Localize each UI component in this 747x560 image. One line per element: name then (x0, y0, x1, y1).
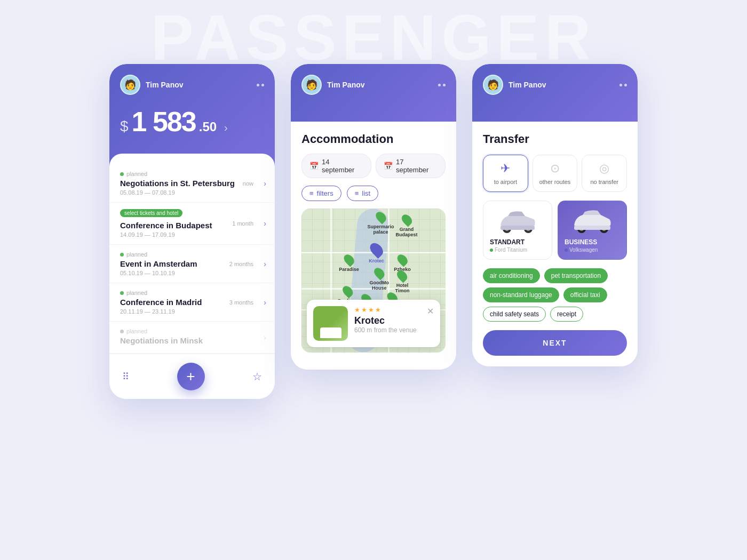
filters-label: filters (317, 189, 333, 197)
chevron-icon: › (264, 260, 266, 268)
trip-name-faded: Negotiations in Minsk (120, 336, 264, 345)
transfer-option-airport[interactable]: ✈ to airport (483, 155, 528, 192)
trip-dates: 14.09.19 — 17.09.19 (120, 231, 264, 238)
s2-header-row: 🧑 Tim Panov (301, 75, 446, 95)
next-button[interactable]: NEXT (483, 330, 627, 356)
model-dot-blue (565, 249, 568, 252)
chevron-icon: › (264, 298, 266, 307)
tag-air-conditioning[interactable]: air conditioning (483, 268, 540, 283)
star-1: ★ (354, 306, 360, 314)
date-to-label: 17 september (396, 158, 438, 174)
list-button[interactable]: ≡ list (347, 186, 378, 201)
date-from-pill[interactable]: 📅 14 september (301, 154, 371, 178)
calendar-icon: 📅 (384, 162, 393, 170)
s3-header-row: 🧑 Tim Panov (483, 75, 627, 95)
car-option-business[interactable]: BUSINESS Volkswagen (558, 201, 627, 260)
business-car-type: BUSINESS (565, 238, 620, 246)
trip-status: select tickets and hotel (120, 209, 264, 219)
dot-1 (438, 84, 441, 86)
map-pin-paradise[interactable]: Paradise (339, 254, 359, 272)
transfer-options: ✈ to airport ⊙ other routes ◎ no transfe… (483, 155, 627, 192)
pin-label: Paradise (339, 267, 359, 272)
balance-arrow[interactable]: › (224, 122, 228, 134)
s2-body: Accommodation 📅 14 september 📅 17 septem… (291, 122, 456, 370)
grid-icon[interactable]: ⠿ (122, 371, 129, 382)
trip-item[interactable]: planned Conference in Madrid 20.11.19 — … (109, 283, 275, 322)
accommodation-title: Accommodation (301, 132, 446, 146)
location-icon: ⊙ (537, 162, 573, 175)
feature-tags: air conditioning pet transportation non-… (483, 268, 627, 322)
trip-status: planned (120, 171, 264, 177)
dot-2 (624, 84, 627, 86)
map-pin-grand-budapest[interactable]: GrandBudapest (396, 214, 418, 237)
s3-username: Tim Panov (508, 81, 619, 89)
s2-avatar: 🧑 (301, 75, 322, 95)
car-option-standart[interactable]: STANDART Ford Titanium (483, 201, 552, 260)
trip-item[interactable]: planned Negotiations in St. Petersburg 0… (109, 164, 275, 203)
transfer-title: Transfer (483, 132, 627, 146)
airplane-icon: ✈ (488, 162, 523, 175)
trip-dates: 05.08.19 — 07.08.19 (120, 189, 264, 196)
pin-label-active: Krotec (369, 258, 384, 263)
filters-button[interactable]: ≡ filters (301, 186, 341, 201)
star-4: ★ (375, 306, 381, 314)
status-dot-green (120, 253, 124, 257)
balance-cents: .50 (199, 119, 217, 134)
add-trip-button[interactable]: + (177, 363, 205, 390)
hotel-name: Krotec (354, 315, 434, 326)
map-container: Supermariopalace GrandBudapest Krotec Pa… (301, 209, 446, 353)
map-pin-hotel-timon[interactable]: HotelTimon (395, 270, 410, 293)
s1-header-row: 🧑 Tim Panov (120, 75, 264, 95)
map-pin-goodmo[interactable]: GoodMoHouse (370, 267, 390, 291)
map-pin-krotec[interactable]: Krotec (369, 242, 384, 263)
business-car-svg (571, 207, 614, 233)
trip-time: 1 month (232, 220, 253, 227)
hotel-image (313, 306, 348, 341)
transfer-option-none[interactable]: ◎ no transfer (582, 155, 627, 192)
status-dot-gray (120, 330, 124, 333)
status-dot-green (120, 172, 124, 176)
trip-time: 2 months (229, 261, 253, 267)
hotel-popup: ★ ★ ★ ★ Krotec 600 m from the venue ✕ (307, 300, 440, 347)
tag-child-safety-seats[interactable]: child safety seats (483, 307, 546, 322)
no-transfer-label: no transfer (586, 179, 622, 185)
s3-avatar: 🧑 (483, 75, 503, 95)
trip-item[interactable]: planned Event in Amsterdam 05.10.19 — 10… (109, 245, 275, 283)
filter-icon: ≡ (309, 189, 314, 197)
filter-row: ≡ filters ≡ list (301, 186, 446, 201)
popup-close-button[interactable]: ✕ (427, 306, 434, 316)
s1-avatar: 🧑 (120, 75, 140, 95)
favorites-icon[interactable]: ☆ (252, 370, 262, 383)
car-options: STANDART Ford Titanium (483, 201, 627, 260)
dot-2 (261, 84, 264, 86)
status-text: planned (126, 290, 147, 296)
map-pin-pzheko[interactable]: Pzheko (394, 254, 411, 272)
map-pin-supermario[interactable]: Supermariopalace (367, 211, 394, 235)
tag-pet-transportation[interactable]: pet transportation (544, 268, 608, 283)
screen-2-card: 🧑 Tim Panov Accommodation 📅 14 september… (291, 64, 456, 370)
airport-label: to airport (488, 179, 523, 185)
hotel-distance: 600 m from the venue (354, 326, 434, 334)
screen-3-card: 🧑 Tim Panov Transfer ✈ to airport ⊙ othe… (472, 64, 638, 366)
business-car-model: Volkswagen (565, 247, 620, 253)
tag-receipt[interactable]: receipt (550, 307, 583, 322)
s3-body: Transfer ✈ to airport ⊙ other routes ◎ n… (472, 122, 638, 366)
s2-menu-dots[interactable] (438, 84, 446, 86)
hotel-info: ★ ★ ★ ★ Krotec 600 m from the venue (354, 306, 434, 341)
standart-car-type: STANDART (490, 238, 545, 246)
tag-non-standard-luggage[interactable]: non-standard luggage (483, 287, 559, 302)
svg-rect-9 (574, 226, 610, 230)
pin-label: GoodMoHouse (370, 280, 390, 291)
star-3: ★ (368, 306, 374, 314)
s1-menu-dots[interactable] (257, 84, 264, 86)
list-icon: ≡ (355, 189, 359, 197)
badge-select: select tickets and hotel (120, 209, 182, 217)
transfer-option-other[interactable]: ⊙ other routes (533, 155, 578, 192)
trip-item[interactable]: select tickets and hotel Conference in B… (109, 203, 275, 245)
s3-menu-dots[interactable] (619, 84, 627, 86)
date-to-pill[interactable]: 📅 17 september (376, 154, 446, 178)
trip-item[interactable]: planned Negotiations in Minsk › (109, 322, 275, 354)
s1-username: Tim Panov (146, 81, 257, 89)
standart-car-svg (496, 207, 539, 233)
tag-official-taxi[interactable]: official taxi (563, 287, 607, 302)
